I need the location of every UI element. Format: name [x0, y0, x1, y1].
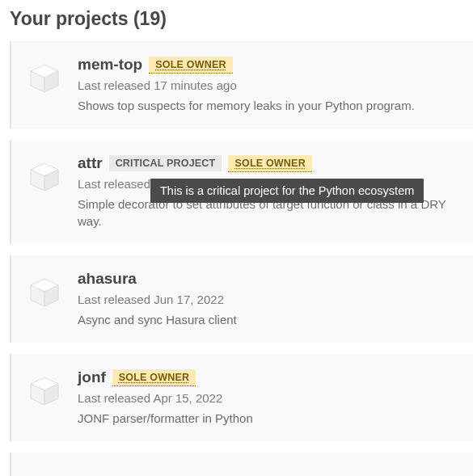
project-released: Last released 17 minutes ago — [78, 78, 470, 92]
sole-owner-badge[interactable]: SOLE OWNER — [228, 155, 311, 172]
released-value: 17 minutes ago — [154, 78, 237, 92]
project-card[interactable]: mem-top SOLE OWNER Last released 17 minu… — [10, 41, 473, 128]
project-description: Shows top suspects for memory leaks in y… — [78, 97, 470, 114]
package-cube-icon — [27, 159, 61, 193]
package-cube-icon — [27, 373, 61, 407]
project-name: ahasura — [78, 270, 137, 288]
critical-project-badge[interactable]: CRITICAL PROJECT — [109, 155, 222, 171]
package-cube-icon — [27, 275, 61, 309]
project-card-body: attr CRITICAL PROJECT SOLE OWNER Last re… — [78, 154, 470, 230]
released-prefix: Last released — [78, 78, 154, 92]
released-value: Apr 15, 2022 — [153, 391, 222, 405]
released-value: Jun 17, 2022 — [154, 293, 224, 306]
project-name: attr — [78, 154, 103, 172]
project-card-body: ahasura Last released Jun 17, 2022 Async… — [78, 270, 470, 328]
project-list: mem-top SOLE OWNER Last released 17 minu… — [0, 41, 473, 476]
project-card[interactable]: attr CRITICAL PROJECT SOLE OWNER Last re… — [10, 140, 473, 244]
released-prefix: Last released — [78, 391, 153, 405]
project-name: jonf — [78, 369, 106, 386]
project-card-body: SOLE OWNER — [78, 464, 470, 476]
project-card-body: jonf SOLE OWNER Last released Apr 15, 20… — [78, 369, 470, 427]
sole-owner-badge[interactable]: SOLE OWNER — [112, 369, 196, 386]
project-card[interactable]: ahasura Last released Jun 17, 2022 Async… — [10, 255, 473, 343]
project-description: JONF parser/formatter in Python — [78, 410, 470, 427]
package-cube-icon — [27, 469, 61, 476]
project-released: Last released Apr 15, 2022 — [78, 391, 470, 405]
released-prefix: Last released — [78, 177, 150, 191]
project-card[interactable]: jonf SOLE OWNER Last released Apr 15, 20… — [10, 354, 473, 441]
project-name: mem-top — [78, 56, 142, 74]
project-card[interactable]: SOLE OWNER — [10, 453, 473, 476]
page-title: Your projects (19) — [0, 0, 473, 41]
sole-owner-badge[interactable]: SOLE OWNER — [149, 57, 232, 74]
project-released: Last released Jun 17, 2022 — [78, 293, 470, 306]
project-description: Async and sync Hasura client — [78, 311, 470, 328]
project-card-body: mem-top SOLE OWNER Last released 17 minu… — [78, 56, 470, 114]
package-cube-icon — [27, 61, 61, 95]
critical-tooltip: This is a critical project for the Pytho… — [150, 179, 424, 203]
released-prefix: Last released — [78, 293, 154, 306]
